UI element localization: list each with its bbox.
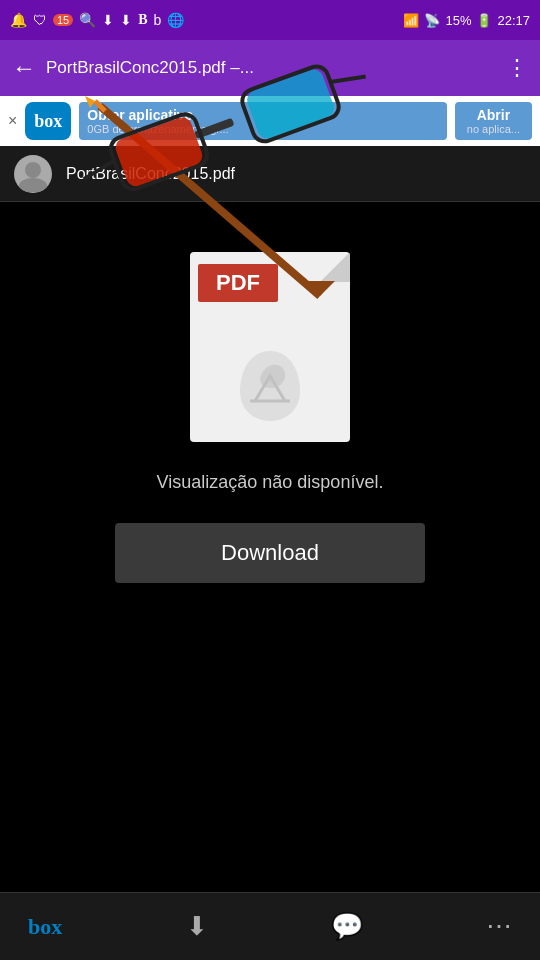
bottom-more-icon[interactable]: ⋯ [486, 911, 512, 942]
shield-icon: 🛡 [33, 12, 47, 28]
main-content: PDF Visualização não disponível. Downloa… [0, 202, 540, 603]
box-logo: box [25, 102, 71, 140]
svg-point-1 [19, 178, 47, 192]
abrir-button[interactable]: Abrir no aplica... [455, 102, 532, 140]
time-display: 22:17 [497, 13, 530, 28]
globe-icon: 🌐 [167, 12, 184, 28]
back-button[interactable]: ← [12, 54, 36, 82]
file-header: PortBrasilConc2015.pdf [0, 146, 540, 202]
bottom-box-logo: box [28, 914, 62, 940]
pdf-label: PDF [198, 264, 278, 302]
banner-sub-text: 0GB de armazenamento gr... [87, 123, 438, 135]
bottom-download-icon[interactable]: ⬇ [186, 911, 208, 942]
count-badge: 15 [53, 14, 73, 26]
preview-message: Visualização não disponível. [157, 472, 384, 493]
search-icon: 🔍 [79, 12, 96, 28]
banner: × box Obter aplicativo 0GB de armazename… [0, 96, 540, 146]
b-icon: B [138, 12, 147, 28]
status-icons-left: 🔔 🛡 15 🔍 ⬇ ⬇ B b 🌐 [10, 12, 184, 28]
page-corner [320, 252, 350, 282]
bottom-bar: box ⬇ 💬 ⋯ [0, 892, 540, 960]
wifi-icon: 📶 [403, 13, 419, 28]
status-bar: 🔔 🛡 15 🔍 ⬇ ⬇ B b 🌐 📶 📡 15% 🔋 22:17 [0, 0, 540, 40]
download2-icon: ⬇ [120, 12, 132, 28]
pdf-icon: PDF [180, 242, 360, 442]
pdf-page: PDF [190, 252, 350, 442]
banner-close-button[interactable]: × [8, 112, 17, 130]
download-button[interactable]: Download [115, 523, 425, 583]
status-right: 📶 📡 15% 🔋 22:17 [403, 13, 530, 28]
avatar [14, 155, 52, 193]
nav-bar: ← PortBrasilConc2015.pdf –... ⋮ [0, 40, 540, 96]
battery-level: 15% [445, 13, 471, 28]
notification-icon: 🔔 [10, 12, 27, 28]
banner-main-text: Obter aplicativo [87, 107, 438, 123]
signal-icon: 📡 [424, 13, 440, 28]
b2-icon: b [154, 12, 162, 28]
avatar-image [14, 155, 52, 193]
file-name-label: PortBrasilConc2015.pdf [66, 165, 235, 183]
abrir-top-label: Abrir [477, 107, 510, 123]
page-title: PortBrasilConc2015.pdf –... [46, 58, 496, 78]
svg-point-0 [25, 162, 41, 178]
battery-icon: 🔋 [476, 13, 492, 28]
abrir-bottom-label: no aplica... [467, 123, 520, 135]
menu-button[interactable]: ⋮ [506, 55, 528, 81]
acrobat-icon [235, 346, 305, 430]
download-icon: ⬇ [102, 12, 114, 28]
banner-info: Obter aplicativo 0GB de armazenamento gr… [79, 102, 446, 140]
bottom-message-icon[interactable]: 💬 [331, 911, 363, 942]
